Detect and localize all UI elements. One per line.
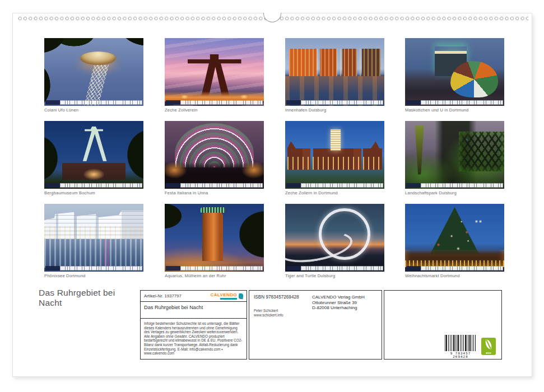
photo-caption: Festa Italiana in Unna [165,190,277,195]
day-cells [180,183,263,188]
day-cells [301,266,383,270]
mini-calendar-strip [406,266,503,270]
photo-zeche-zollern-dortmund [285,121,384,189]
mini-calendar-strip [45,266,142,270]
day-cells [421,183,503,188]
mini-calendar-strip [166,100,263,105]
publisher-street: Ottobrunner Straße 39 [312,300,365,306]
mini-calendar-strip [286,183,383,188]
day-cells [60,266,142,270]
photo-weihnachtsmarkt-dortmund [405,204,504,272]
infobox-calendar-title: Das Ruhrgebiet bei Nacht [141,302,247,319]
mini-calendar-strip [166,183,263,188]
mini-calendar-strip [45,183,142,188]
eco-logo: eco [481,338,496,355]
mini-calendar-strip [406,183,503,188]
mini-calendar-strip [286,100,383,105]
info-box-middle: ISBN 9783457269428 CALVENDO Verlag GmbH … [249,290,382,360]
month-label [286,183,301,188]
photographer-name: Peter Schickert [254,309,283,313]
photo-phoenixsee-dortmund [44,204,143,272]
barcode-bars [445,335,476,351]
calendar-back-page: Colani Ufo Lünen Zeche Zollverein Innenh… [12,13,532,377]
calvendo-wordmark: CALVENDO [211,292,238,297]
leaf-icon [485,339,492,349]
photo-caption: Aquarius, Mülheim an der Ruhr [165,273,277,278]
info-box-right: 9 783457 269428 eco [384,290,502,360]
photo-caption: Zeche Zollern in Dortmund [285,190,397,195]
day-cells [301,100,383,105]
photo-caption: Maskottchen und U in Dortmund [405,108,517,113]
photo-caption: Tiger and Turtle Duisburg [285,273,397,278]
photo-landschaftspark-duisburg [405,121,504,189]
mini-calendar-strip [166,266,263,270]
photo-caption: Phönixsee Dortmund [44,273,156,278]
info-box-left: Artikel-Nr. 1937797 CALVENDO Das Ruhrgeb… [140,290,247,360]
photo-tiger-and-turtle [285,204,384,272]
calendar-title-line2: Nacht [39,298,115,308]
photo-bergbaumuseum-bochum [44,121,143,189]
photo-aquarius-muelheim [165,204,264,272]
day-cells [180,100,263,105]
mini-calendar-strip [286,266,383,270]
photo-festa-italiana-unna [165,121,264,189]
eco-label: eco [481,351,496,354]
photo-colani-ufo-luenen [44,38,143,106]
day-cells [180,266,263,270]
ean-barcode: 9 783457 269428 [445,335,476,356]
month-label [166,100,180,105]
mini-calendar-strip [406,100,503,105]
month-label [45,266,60,270]
month-label [286,266,301,270]
photo-innenhafen-duisburg [285,38,384,106]
photo-caption: Innenhafen Duisburg [285,108,397,113]
photo-caption: Colani Ufo Lünen [44,108,156,113]
isbn-number: ISBN 9783457269428 [254,295,299,300]
legal-text: Infolge bestehender Schutzrechte ist es … [141,319,247,358]
publisher-name: CALVENDO Verlag GmbH [312,295,365,300]
calvendo-mark-icon [239,293,244,299]
publisher-city: D-82008 Unterhaching [312,305,365,311]
calendar-title: Das Ruhrgebiet bei Nacht [39,288,115,307]
photographer-website: www.schickert.info [254,313,283,318]
day-cells [421,100,503,105]
photo-maskottchen-und-u [405,38,504,106]
month-label [286,100,301,105]
photo-caption: Landschaftspark Duisburg [405,190,517,195]
photo-caption: Zeche Zollverein [165,108,277,113]
mini-calendar-strip [45,100,142,105]
day-cells [421,266,503,270]
month-label [166,183,180,188]
month-label [45,100,60,105]
photo-zeche-zollverein [165,38,264,106]
calvendo-logo: CALVENDO [211,292,244,300]
day-cells [60,100,142,105]
day-cells [301,183,383,188]
photographer-credit: Peter Schickert www.schickert.info [254,309,283,317]
article-row: Artikel-Nr. 1937797 CALVENDO [141,291,247,302]
day-cells [60,183,142,188]
photo-caption: Weihnachtsmarkt Dortmund [405,273,517,278]
photo-caption: Bergbaumuseum Bochum [44,190,156,195]
barcode-digits: 9 783457 269428 [445,352,476,358]
calendar-title-line1: Das Ruhrgebiet bei [39,288,115,298]
month-label [406,183,421,188]
publisher-address: CALVENDO Verlag GmbH Ottobrunner Straße … [312,295,365,311]
month-label [45,183,60,188]
month-label [406,100,421,105]
month-label [406,266,421,270]
calvendo-tagline [220,298,237,300]
month-label [166,266,180,270]
article-number: Artikel-Nr. 1937797 [144,293,182,298]
